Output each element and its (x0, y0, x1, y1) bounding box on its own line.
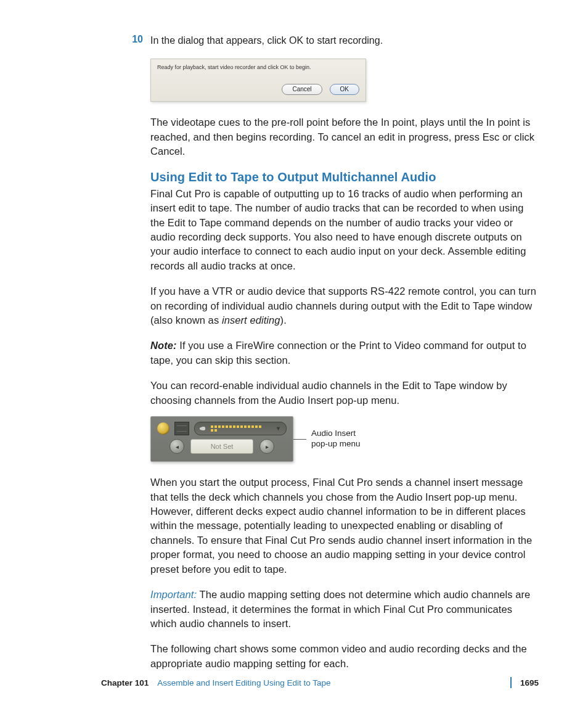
previous-button[interactable]: ◂ (169, 439, 184, 454)
step-number: 10 (128, 34, 143, 47)
text-run: ). (280, 314, 287, 326)
audio-insert-popup[interactable]: ▼ (194, 422, 287, 435)
footer-divider (510, 677, 512, 688)
body-paragraph: Final Cut Pro is capable of outputting u… (150, 187, 539, 274)
body-paragraph: If you have a VTR or audio device that s… (150, 284, 539, 327)
body-paragraph: The following chart shows some common vi… (150, 642, 539, 671)
important-paragraph: Important: The audio mapping setting doe… (150, 588, 539, 631)
italic-term: insert editing (222, 314, 280, 326)
audio-insert-widget: ▼ ◂ Not Set ▸ (150, 416, 293, 462)
note-paragraph: Note: If you use a FireWire connection o… (150, 339, 539, 367)
chevron-down-icon: ▼ (276, 425, 281, 432)
ok-button[interactable]: OK (330, 84, 359, 95)
callout-label: Audio Insert pop-up menu (311, 429, 361, 449)
thumbnail-icon (174, 422, 189, 435)
speaker-icon (200, 425, 207, 432)
page-footer: Chapter 101 Assemble and Insert Editing … (101, 677, 539, 688)
callout-line2: pop-up menu (311, 439, 361, 448)
callout-line1: Audio Insert (311, 429, 356, 438)
timecode-field[interactable]: Not Set (190, 439, 253, 454)
channel-indicators (211, 425, 261, 432)
gear-icon (157, 422, 169, 435)
body-paragraph: When you start the output process, Final… (150, 475, 539, 577)
playback-dialog: Ready for playback, start video recorder… (150, 59, 366, 102)
important-text: The audio mapping setting does not deter… (150, 589, 530, 629)
callout-leader (293, 439, 306, 440)
body-paragraph: You can record-enable individual audio c… (150, 379, 539, 408)
cancel-button[interactable]: Cancel (282, 84, 322, 95)
step-text: In the dialog that appears, click OK to … (150, 34, 383, 47)
important-label: Important: (150, 589, 197, 600)
note-label: Note: (150, 340, 177, 351)
chapter-title: Assemble and Insert Editing Using Edit t… (157, 678, 330, 688)
text-run: If you have a VTR or audio device that s… (150, 285, 536, 326)
note-text: If you use a FireWire connection or the … (150, 340, 526, 365)
chapter-label: Chapter 101 (101, 678, 149, 688)
audio-insert-figure: ▼ ◂ Not Set ▸ Audio Insert pop-up menu (150, 416, 539, 462)
numbered-step: 10 In the dialog that appears, click OK … (128, 34, 539, 47)
body-paragraph: The videotape cues to the pre-roll point… (150, 115, 539, 158)
page-number: 1695 (520, 678, 539, 688)
next-button[interactable]: ▸ (259, 439, 274, 454)
dialog-message: Ready for playback, start video recorder… (157, 64, 359, 70)
section-heading: Using Edit to Tape to Output Multichanne… (150, 170, 539, 184)
